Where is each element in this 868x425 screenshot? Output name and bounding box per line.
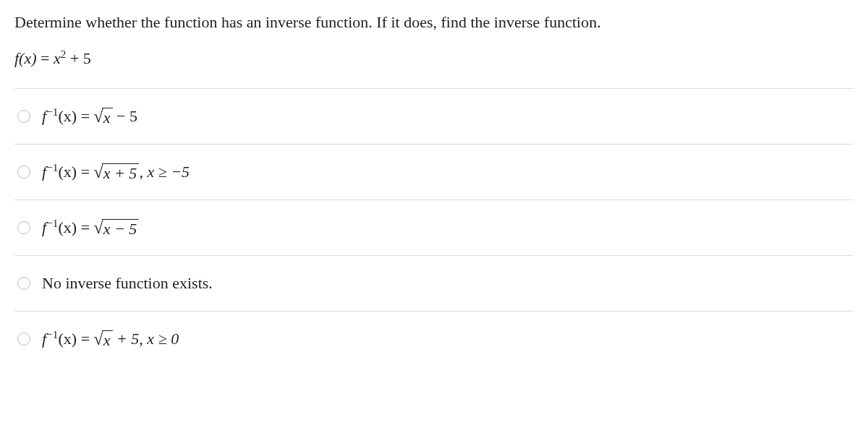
option-4[interactable]: No inverse function exists. bbox=[14, 255, 854, 311]
option-1-label: f−1(x) = √x − 5 bbox=[42, 106, 137, 127]
radicand: x − 5 bbox=[102, 219, 140, 239]
option-2-label: f−1(x) = √x + 5, x ≥ −5 bbox=[42, 161, 190, 183]
radicand: x bbox=[102, 330, 113, 350]
radicand: x + 5 bbox=[102, 163, 140, 183]
radio-icon[interactable] bbox=[17, 221, 30, 234]
option-5-tail: + 5, x ≥ 0 bbox=[113, 330, 179, 348]
function-rhs-var: x bbox=[54, 49, 61, 67]
finv-exp: −1 bbox=[46, 161, 58, 173]
option-2-tail: , x ≥ −5 bbox=[139, 163, 190, 181]
sqrt-icon: √x − 5 bbox=[94, 219, 140, 239]
option-5[interactable]: f−1(x) = √x + 5, x ≥ 0 bbox=[14, 311, 854, 366]
sqrt-icon: √x bbox=[94, 108, 113, 127]
option-3[interactable]: f−1(x) = √x − 5 bbox=[14, 199, 854, 255]
options-list: f−1(x) = √x − 5 f−1(x) = √x + 5, x ≥ −5 … bbox=[14, 88, 854, 366]
radicand: x bbox=[102, 108, 113, 127]
finv-exp: −1 bbox=[46, 106, 58, 118]
finv-arg: (x) = bbox=[59, 163, 94, 181]
radio-icon[interactable] bbox=[17, 166, 30, 179]
question-prompt: Determine whether the function has an in… bbox=[14, 13, 854, 32]
option-1[interactable]: f−1(x) = √x − 5 bbox=[14, 88, 854, 144]
function-rhs-const: + 5 bbox=[66, 49, 90, 67]
finv-exp: −1 bbox=[46, 217, 58, 229]
option-1-tail: − 5 bbox=[113, 108, 137, 126]
option-2[interactable]: f−1(x) = √x + 5, x ≥ −5 bbox=[14, 144, 854, 199]
finv-arg: (x) = bbox=[59, 330, 94, 348]
function-lhs: f(x) bbox=[14, 49, 37, 67]
finv-arg: (x) = bbox=[59, 108, 94, 126]
sqrt-icon: √x bbox=[94, 330, 113, 350]
option-3-label: f−1(x) = √x − 5 bbox=[42, 217, 139, 239]
option-4-label: No inverse function exists. bbox=[42, 274, 213, 293]
finv-arg: (x) = bbox=[59, 219, 94, 237]
radio-icon[interactable] bbox=[17, 277, 30, 290]
finv-exp: −1 bbox=[46, 328, 58, 340]
sqrt-icon: √x + 5 bbox=[94, 163, 140, 183]
radio-icon[interactable] bbox=[17, 332, 30, 345]
option-5-label: f−1(x) = √x + 5, x ≥ 0 bbox=[42, 328, 179, 350]
function-definition: f(x) = x2 + 5 bbox=[14, 48, 854, 68]
radio-icon[interactable] bbox=[17, 110, 30, 123]
